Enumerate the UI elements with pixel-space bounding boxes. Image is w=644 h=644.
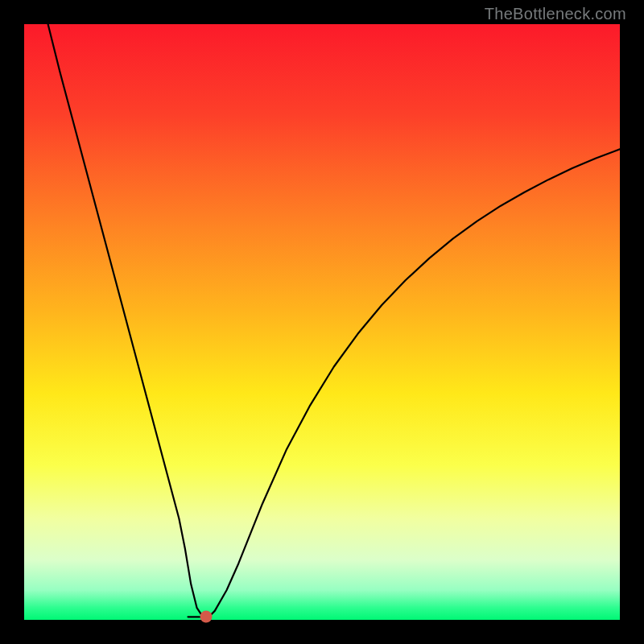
bottleneck-curve	[48, 24, 620, 617]
chart-frame: TheBottleneck.com	[0, 0, 644, 644]
curve-svg	[24, 24, 620, 620]
plot-area	[24, 24, 620, 620]
minimum-marker-dot	[200, 611, 212, 623]
watermark-text: TheBottleneck.com	[485, 5, 626, 23]
